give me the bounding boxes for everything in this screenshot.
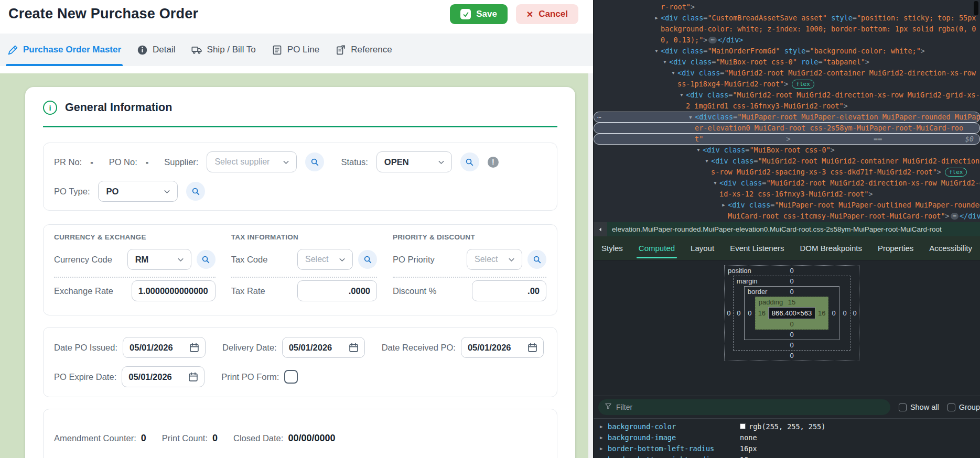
dom-tree-line[interactable]: id-xs-12 css-16fnxy3-MuiGrid2-root"> (594, 189, 980, 200)
print-count-value: 0 (212, 433, 218, 444)
collapsed-content-icon[interactable]: ⋯ (708, 37, 716, 43)
flex-badge[interactable]: flex (945, 168, 967, 177)
devtools-tab-accessibility[interactable]: Accessibility (929, 236, 972, 260)
chevron-down-icon (176, 255, 185, 264)
date-po-issued-input[interactable]: 05/01/2026 (123, 337, 206, 358)
collapse-arrow-icon[interactable]: ▼ (712, 178, 719, 189)
dom-tree-line[interactable]: ▼<div class="MuiBox-root css-0"> (594, 145, 980, 156)
tab-purchase-order-master[interactable]: Purchase Order Master (7, 34, 121, 66)
computed-property-row[interactable]: ▶border-bottom-right-radius16px (594, 454, 980, 458)
tab-detail[interactable]: Detail (137, 34, 175, 66)
dom-tree-line[interactable]: ▶<div class="MuiPaper-root MuiPaper-outl… (594, 200, 980, 211)
priority-search-button[interactable] (527, 250, 546, 269)
collapse-arrow-icon[interactable]: ▼ (678, 90, 685, 101)
expand-arrow-icon[interactable]: ▶ (600, 446, 608, 451)
status-select[interactable]: OPEN (376, 151, 452, 172)
po-type-search-button[interactable] (186, 182, 205, 201)
dom-tree-line[interactable]: ▶<div class="CustomBreadAssetSave asset"… (594, 13, 980, 24)
dates-group: Date PO Issued: 05/01/2026 Delivery Date… (43, 327, 557, 397)
chevron-down-icon (338, 255, 347, 264)
supplier-select[interactable]: Select supplier (207, 151, 297, 172)
column-divider (231, 277, 377, 278)
computed-property-row[interactable]: ▶background-colorrgb(255, 255, 255) (594, 421, 980, 432)
expand-arrow-icon[interactable]: ▶ (600, 435, 608, 440)
expand-arrow-icon[interactable]: ▶ (600, 424, 608, 429)
cancel-button[interactable]: ✕ Cancel (516, 4, 578, 24)
tax-code-select[interactable]: Select (297, 249, 353, 270)
exchange-rate-input[interactable]: 1.0000000000000 (132, 280, 216, 301)
devtools-tab-dom-breakpoints[interactable]: DOM Breakpoints (800, 236, 862, 260)
devtools-tab-properties[interactable]: Properties (878, 236, 913, 260)
expand-arrow-icon[interactable]: ▶ (653, 13, 660, 24)
dom-tree-line[interactable]: background-color: white; z-index: 1000; … (594, 24, 980, 35)
po-type-select[interactable]: PO (98, 181, 178, 202)
dom-tree-line[interactable]: 0, 0.13);">⋯</div> (594, 35, 980, 46)
po-priority-select[interactable]: Select (467, 249, 522, 270)
property-name: background-image (608, 433, 740, 442)
save-button[interactable]: Save (450, 4, 508, 24)
dom-tree-line[interactable]: ⋯▼<div class="MuiPaper-root MuiPaper-ele… (594, 112, 980, 123)
po-expire-date-input[interactable]: 05/01/2026 (122, 366, 204, 387)
discount-input[interactable]: .00 (472, 280, 546, 301)
calendar-icon[interactable] (188, 372, 199, 383)
print-po-form-checkbox[interactable] (284, 370, 298, 384)
collapse-arrow-icon[interactable]: ▼ (653, 46, 660, 57)
tab-reference[interactable]: Reference (335, 34, 392, 66)
devtools-tab-layout[interactable]: Layout (691, 236, 714, 260)
dom-tree-line[interactable]: ▼<div class="MuiGrid2-root MuiGrid2-cont… (594, 68, 980, 79)
calendar-icon[interactable] (348, 342, 359, 353)
box-model-diagram[interactable]: position0 0 margin0 0 border0 0 (724, 265, 859, 361)
flex-badge[interactable]: flex (792, 80, 814, 89)
tax-rate-input[interactable]: .0000 (297, 280, 377, 301)
devtools-tab-styles[interactable]: Styles (601, 236, 623, 260)
collapse-arrow-icon[interactable]: ▼ (670, 68, 677, 79)
devtools-tab-event-listeners[interactable]: Event Listeners (730, 236, 784, 260)
tab-label: PO Line (287, 45, 319, 55)
devtools-tab-computed[interactable]: Computed (639, 236, 675, 260)
group-checkbox[interactable] (947, 404, 955, 411)
form-tabs: Purchase Order MasterDetailShip / Bill T… (0, 34, 593, 66)
collapse-arrow-icon[interactable]: ▼ (695, 145, 702, 156)
collapsed-content-icon[interactable]: ⋯ (951, 213, 959, 220)
breadcrumb-back-button[interactable] (594, 222, 607, 236)
box-model-border: border0 0 padding15 16 866.400×563 (744, 286, 839, 340)
dom-tree-line[interactable]: MuiCard-root css-itcmsy-MuiPaper-root-Mu… (594, 211, 980, 222)
property-value: 16px (740, 444, 757, 453)
dom-tree-line[interactable]: ▼<div class="MuiGrid2-root MuiGrid2-cont… (594, 156, 980, 167)
calendar-icon[interactable] (189, 342, 200, 353)
dom-tree-line[interactable]: ▼<div class="MuiGrid2-root MuiGrid2-dire… (594, 90, 980, 101)
show-all-checkbox[interactable] (899, 404, 907, 411)
tab-po-line[interactable]: PO Line (272, 34, 319, 66)
currency-search-button[interactable] (197, 250, 216, 269)
dom-tree-line[interactable]: r-root"> (594, 2, 980, 13)
tax-code-label: Tax Code (231, 255, 268, 265)
dom-tree-line[interactable]: ▼<div class="MuiGrid2-root MuiGrid2-dire… (594, 178, 980, 189)
calendar-icon[interactable] (527, 342, 538, 353)
delivery-date-input[interactable]: 05/01/2026 (282, 337, 365, 358)
gutter-more-icon[interactable]: ⋯ (597, 112, 602, 123)
supplier-search-button[interactable] (305, 152, 324, 171)
dom-tree-line[interactable]: ▼<div class="MainOrderFromGd" style="bac… (594, 46, 980, 57)
tab-ship-bill-to[interactable]: Ship / Bill To (191, 34, 256, 66)
date-received-po-input[interactable]: 05/01/2026 (461, 337, 544, 358)
dom-tree-line[interactable]: er-elevation0 MuiCard-root css-2s58ym-Mu… (594, 123, 980, 134)
dom-tree-line[interactable]: ▼<div class="MuiBox-root css-0" role="ta… (594, 57, 980, 68)
computed-property-row[interactable]: ▶background-imagenone (594, 432, 980, 443)
status-search-button[interactable] (460, 152, 479, 171)
expand-arrow-icon[interactable]: ▶ (720, 200, 727, 211)
page-scrollbar[interactable] (588, 73, 593, 458)
collapse-arrow-icon[interactable]: ▼ (703, 156, 710, 167)
collapse-arrow-icon[interactable]: ▼ (661, 57, 669, 68)
computed-property-row[interactable]: ▶border-bottom-left-radius16px (594, 443, 980, 454)
collapse-arrow-icon[interactable]: ▼ (687, 112, 694, 123)
dom-tree-line[interactable]: ss-1pi8xg4-MuiGrid2-root">flex (594, 79, 980, 90)
dom-tree-line[interactable]: 2 imgGird1 css-16fnxy3-MuiGrid2-root"> (594, 101, 980, 112)
breadcrumb-text[interactable]: elevation.MuiPaper-rounded.MuiPaper-elev… (612, 225, 942, 233)
filter-input[interactable]: Filter (598, 399, 890, 415)
section-header: i General Information (43, 101, 172, 115)
tax-search-button[interactable] (358, 250, 377, 269)
dom-tree-line[interactable]: t"> == $0 (594, 134, 980, 145)
currency-code-select[interactable]: RM (127, 249, 191, 270)
devtools-scrollbar-thumb[interactable] (974, 1, 978, 15)
dom-tree-line[interactable]: s-row MuiGrid2-spacing-xs-3 css-dkd71f-M… (594, 167, 980, 178)
